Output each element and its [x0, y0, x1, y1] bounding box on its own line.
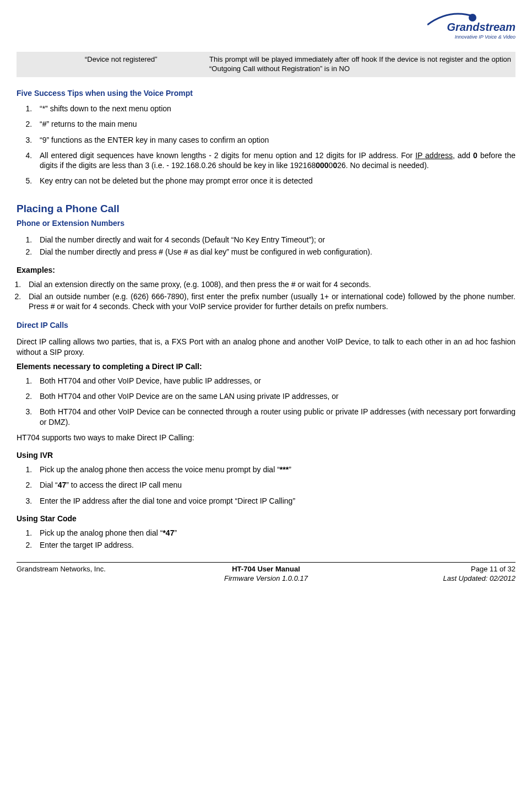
list-item: Both HT704 and other VoIP Device can be … — [34, 407, 515, 427]
direct-ip-intro: Direct IP calling allows two parties, th… — [17, 337, 515, 357]
list-item: Pick up the analog phone then dial “*47” — [34, 528, 515, 538]
footer-row1: Grandstream Networks, Inc. HT-704 User M… — [17, 562, 515, 574]
list-item: Dial the number directly and wait for 4 … — [34, 235, 515, 245]
ivr-list: Pick up the analog phone then access the… — [34, 465, 515, 506]
list-item: Dial an extension directly on the same p… — [23, 279, 515, 289]
list-item: Both HT704 and other VoIP Device, have p… — [34, 376, 515, 386]
phone-ext-list: Dial the number directly and wait for 4 … — [34, 235, 515, 257]
heading-phone-ext: Phone or Extension Numbers — [17, 218, 515, 228]
grandstream-logo: Grandstream Innovative IP Voice & Video — [427, 11, 515, 44]
logo-tagline-text: Innovative IP Voice & Video — [455, 34, 515, 41]
table-row: “Device not registered” This prompt will… — [17, 52, 515, 77]
examples-list: Dial an extension directly on the same p… — [23, 279, 515, 312]
star-list: Pick up the analog phone then dial “*47”… — [34, 528, 515, 550]
list-item: Both HT704 and other VoIP Device are on … — [34, 391, 515, 401]
heading-direct-ip: Direct IP Calls — [17, 320, 515, 330]
elements-list: Both HT704 and other VoIP Device, have p… — [34, 376, 515, 427]
footer-manual-title: HT-704 User Manual — [183, 565, 349, 574]
footer-page: Page 11 of 32 — [349, 565, 515, 574]
heading-elements: Elements necessary to completing a Direc… — [17, 361, 515, 371]
two-ways-text: HT704 supports two ways to make Direct I… — [17, 433, 515, 442]
list-item: Enter the IP address after the dial tone… — [34, 496, 515, 506]
footer-updated: Last Updated: 02/2012 — [349, 574, 515, 584]
table-cell-prompt: “Device not registered” — [80, 52, 205, 77]
heading-star-code: Using Star Code — [17, 514, 515, 523]
heading-examples: Examples: — [17, 265, 515, 275]
prompt-table: “Device not registered” This prompt will… — [17, 52, 515, 77]
list-item: Dial “47” to access the direct IP call m… — [34, 480, 515, 490]
list-item: Key entry can not be deleted but the pho… — [34, 176, 515, 186]
list-item: “*” shifts down to the next menu option — [34, 104, 515, 114]
footer-firmware: Firmware Version 1.0.0.17 — [183, 574, 349, 584]
table-cell-empty — [17, 52, 80, 77]
logo-area: Grandstream Innovative IP Voice & Video — [17, 11, 515, 46]
footer-company: Grandstream Networks, Inc. — [17, 565, 183, 574]
tips-list: “*” shifts down to the next menu option … — [34, 104, 515, 186]
list-item: Dial an outside number (e.g. (626) 666-7… — [23, 291, 515, 311]
list-item: Dial the number directly and press # (Us… — [34, 247, 515, 257]
list-item: “#” returns to the main menu — [34, 119, 515, 129]
heading-ivr: Using IVR — [17, 450, 515, 460]
underline-ip: IP address — [415, 151, 453, 160]
heading-five-tips: Five Success Tips when using the Voice P… — [17, 88, 515, 98]
list-item: Enter the target IP address. — [34, 540, 515, 550]
table-cell-description: This prompt will be played immediately a… — [205, 52, 515, 77]
footer-row2: Firmware Version 1.0.0.17 Last Updated: … — [17, 574, 515, 584]
heading-placing-call: Placing a Phone Call — [17, 202, 515, 216]
logo-brand-text: Grandstream — [447, 20, 516, 34]
list-item: “9” functions as the ENTER key in many c… — [34, 135, 515, 145]
list-item: All entered digit sequences have known l… — [34, 150, 515, 170]
list-item: Pick up the analog phone then access the… — [34, 465, 515, 474]
